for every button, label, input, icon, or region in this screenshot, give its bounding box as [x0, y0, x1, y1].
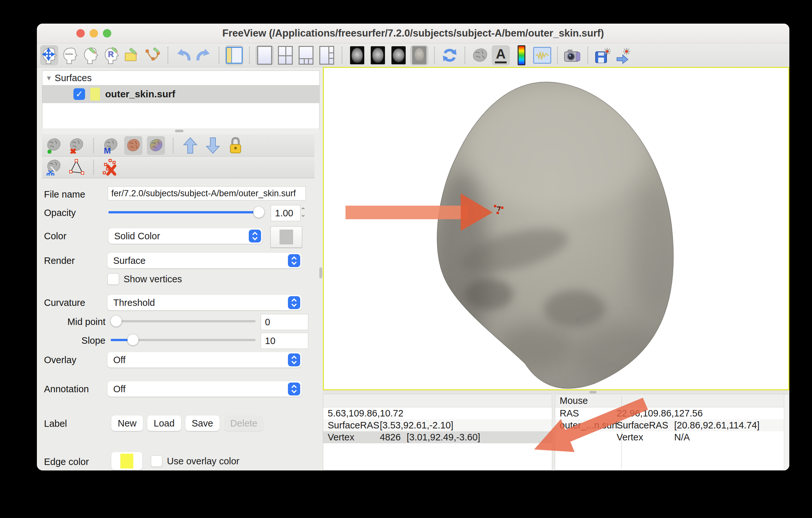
clear-marks-icon[interactable] [102, 158, 120, 177]
use-overlay-color-label: Use overlay color [167, 456, 239, 466]
mouse-row-surfaceras: outer_...n.surf SurfaceRAS [20.86,92.61,… [555, 419, 789, 431]
dropdown-chevrons-icon [288, 254, 300, 267]
opacity-slider[interactable] [108, 207, 264, 218]
layout-1and3-icon[interactable] [297, 45, 315, 65]
mid-point-value[interactable]: 0 [261, 314, 308, 330]
maximize-window-button[interactable] [103, 29, 111, 37]
undo-icon[interactable] [174, 45, 192, 65]
show-vertices-checkbox[interactable] [108, 273, 119, 285]
goto-pointset-icon[interactable] [615, 45, 633, 65]
render-dropdown[interactable]: Surface [108, 253, 301, 268]
use-overlay-color-checkbox[interactable] [151, 455, 163, 467]
roi-edit-icon[interactable] [123, 45, 141, 65]
opacity-stepper[interactable]: ⌃⌄ [298, 204, 308, 221]
pointset-edit-icon[interactable] [144, 45, 162, 65]
title-bar[interactable]: FreeView (/Applications/freesurfer/7.2.0… [37, 24, 789, 43]
redo-icon[interactable] [195, 45, 213, 65]
file-name-label: File name [44, 189, 85, 200]
cut-line-icon[interactable] [45, 158, 63, 177]
set-main-surface-icon[interactable]: M [102, 136, 120, 155]
brain-surface-icon[interactable] [471, 45, 489, 65]
mouse-row-ras: RAS 22.96,109.86,127.56 [555, 407, 789, 419]
overlay-label: Overlay [44, 355, 76, 365]
dropdown-chevrons-icon [288, 296, 300, 309]
show-annotation-icon[interactable] [147, 136, 165, 155]
view-3d-icon[interactable] [410, 45, 428, 65]
cursor-status-table: 5.63,109.86,10.72 SurfaceRAS [3.53,92.61… [323, 394, 552, 470]
dropdown-chevrons-icon [249, 230, 261, 243]
screenshot-stage: FreeView (/Applications/freesurfer/7.2.0… [0, 0, 812, 518]
recon-edit-head-icon[interactable]: R [102, 45, 120, 65]
screenshot-camera-icon[interactable] [563, 45, 582, 65]
minimize-window-button[interactable] [90, 29, 98, 37]
text-label-icon[interactable]: A [492, 45, 510, 65]
curvature-label: Curvature [44, 298, 85, 308]
label-load-button[interactable]: Load [147, 416, 181, 431]
surface-visible-checkbox[interactable]: ✓ [74, 88, 85, 100]
cursor-table-header [323, 394, 552, 407]
edge-color-swatch-button[interactable] [111, 452, 142, 470]
tree-scrollbar[interactable] [42, 128, 319, 133]
lock-icon[interactable] [227, 136, 244, 155]
color-dropdown[interactable]: Solid Color [108, 228, 262, 244]
freeview-window: FreeView (/Applications/freesurfer/7.2.0… [37, 24, 789, 470]
measure-head-icon[interactable] [61, 45, 79, 65]
mid-point-slider[interactable] [111, 315, 256, 327]
color-label: Color [44, 231, 66, 242]
annotation-label: Annotation [44, 384, 89, 394]
surface-toolbar-row1: M [42, 135, 315, 156]
unload-surface-icon[interactable] [67, 136, 85, 155]
dropdown-chevrons-icon [288, 354, 300, 366]
head-surface-render [324, 68, 788, 389]
annotation-dropdown[interactable]: Off [108, 381, 301, 397]
surfaces-header: Surfaces [55, 73, 91, 84]
dropdown-chevrons-icon [288, 383, 300, 395]
refresh-icon[interactable] [441, 45, 459, 65]
show-overlay-icon[interactable] [124, 136, 142, 155]
file-name-input[interactable]: fer/7.2.0/subjects/subject-A/bem/outer_s… [108, 186, 306, 201]
layout-1x1-icon[interactable] [256, 45, 274, 65]
main-toolbar: R [37, 43, 789, 67]
curvature-dropdown[interactable]: Threshold [108, 295, 301, 310]
label-new-button[interactable]: New [111, 416, 143, 431]
surface-list-item[interactable]: ✓ outer_skin.surf [42, 85, 319, 103]
opacity-label: Opacity [44, 208, 76, 218]
slope-slider[interactable] [111, 334, 256, 345]
label-save-button[interactable]: Save [185, 416, 220, 431]
view-sagittal-icon[interactable] [348, 45, 366, 65]
layout-2x2-icon[interactable] [276, 45, 294, 65]
surface-color-swatch[interactable] [90, 88, 100, 100]
navigate-head-icon[interactable] [40, 45, 58, 65]
chevron-down-icon[interactable]: ▾ [47, 73, 51, 83]
view-coronal-icon[interactable] [369, 45, 387, 65]
color-scale-icon[interactable] [513, 45, 530, 65]
render-label: Render [44, 255, 75, 266]
time-course-icon[interactable] [533, 45, 551, 65]
label-section-label: Label [44, 418, 67, 429]
voxel-edit-head-icon[interactable] [82, 45, 99, 65]
solid-color-swatch-button[interactable] [270, 226, 302, 248]
load-surface-icon[interactable] [45, 136, 63, 155]
svg-text:R: R [108, 50, 114, 59]
toggle-panel-icon[interactable] [225, 45, 243, 65]
status-row-vertex: Vertex 4826 [3.01,92.49,-3.60] [323, 431, 552, 443]
opacity-value[interactable]: 1.00 [271, 205, 300, 221]
mouse-table-header: Mouse [555, 394, 789, 407]
layout-1side3-icon[interactable] [318, 45, 336, 65]
surface-toolbar-row2 [42, 156, 315, 178]
overlay-dropdown[interactable]: Off [108, 352, 301, 368]
save-pointset-icon[interactable] [594, 45, 612, 65]
status-splitter[interactable] [323, 390, 789, 394]
close-window-button[interactable] [76, 29, 85, 37]
use-overlay-color-row: Use overlay color [151, 455, 239, 467]
view-axial-icon[interactable] [389, 45, 408, 65]
panel-splitter-handle[interactable] [319, 267, 322, 278]
move-down-icon[interactable] [204, 136, 222, 155]
move-up-icon[interactable] [181, 136, 199, 155]
slope-value[interactable]: 10 [261, 333, 308, 349]
mouse-status-table: Mouse RAS 22.96,109.86,127.56 outer_...n… [555, 394, 789, 470]
status-row-ras: 5.63,109.86,10.72 [323, 407, 552, 419]
mouse-table-scrollbar[interactable] [784, 394, 789, 470]
draw-path-icon[interactable] [67, 158, 85, 177]
render-viewport-3d[interactable] [323, 67, 789, 390]
